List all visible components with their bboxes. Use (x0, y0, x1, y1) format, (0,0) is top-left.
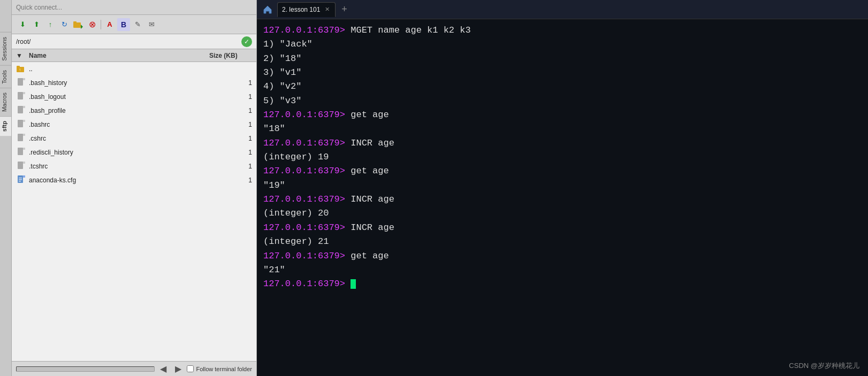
prompt-label: 127.0.0.1:6379> (263, 251, 345, 261)
svg-rect-8 (23, 78, 25, 80)
path-status-icon: ✓ (241, 36, 252, 47)
command-text: get age (345, 251, 389, 261)
sidebar-item-sftp[interactable]: sftp (0, 116, 11, 136)
file-name-label: .bash_history (29, 79, 209, 87)
file-name-label: .cshrc (29, 135, 209, 142)
path-bar: /root/ ✓ (12, 34, 256, 49)
file-manager-panel: Sessions Tools Macros sftp ⬇ ⬆ ↑ ↻ (0, 0, 257, 376)
scroll-right-button[interactable]: ▶ (172, 364, 185, 374)
svg-rect-12 (18, 106, 23, 113)
terminal-content[interactable]: 127.0.0.1:6379> MGET name age k1 k2 k3 1… (257, 19, 868, 376)
terminal-line: 127.0.0.1:6379> INCR age (263, 221, 862, 235)
column-name-header[interactable]: Name (29, 52, 209, 59)
list-item[interactable]: .cshrc 1 (12, 132, 256, 145)
svg-rect-1 (73, 21, 77, 23)
file-size-label: 1 (209, 107, 252, 114)
toolbar-separator-1 (101, 20, 101, 29)
list-item[interactable]: ↑ .. (12, 62, 256, 76)
fm-toolbar: ⬇ ⬆ ↑ ↻ ⊗ A B ✎ ✉ (12, 15, 256, 34)
svg-rect-0 (73, 22, 81, 28)
file-name-label: anaconda-ks.cfg (29, 177, 209, 184)
svg-rect-17 (23, 120, 25, 122)
svg-rect-14 (23, 106, 25, 108)
parent-dir-button[interactable]: ↑ (44, 18, 57, 31)
file-size-label: 1 (209, 93, 252, 101)
prompt-label: 127.0.0.1:6379> (263, 194, 345, 204)
svg-rect-30 (19, 178, 22, 179)
list-item[interactable]: .bash_logout 1 (12, 90, 256, 104)
terminal-line: 127.0.0.1:6379> get age (263, 108, 862, 122)
terminal-panel: 2. lesson 101 ✕ + 127.0.0.1:6379> MGET n… (257, 0, 868, 376)
email-button[interactable]: ✉ (145, 18, 158, 31)
list-item[interactable]: .bashrc 1 (12, 118, 256, 132)
list-item[interactable]: .rediscli_history 1 (12, 145, 256, 159)
list-item[interactable]: anaconda-ks.cfg 1 (12, 173, 256, 187)
file-name-label: .bash_logout (29, 93, 209, 101)
file-size-label: 1 (209, 163, 252, 170)
follow-terminal-folder-checkbox[interactable] (187, 365, 194, 372)
folder-up-icon: ↑ (16, 64, 27, 74)
command-text: INCR age (345, 222, 394, 233)
follow-terminal-folder-label[interactable]: Follow terminal folder (187, 365, 252, 372)
file-name-label: .. (29, 65, 209, 73)
prompt-label: 127.0.0.1:6379> (263, 279, 345, 289)
file-icon (16, 105, 27, 116)
home-tab-button[interactable] (259, 2, 276, 17)
terminal-line: "18" (263, 122, 862, 136)
watermark-text: CSDN @岁岁种桃花儿 (789, 361, 859, 371)
quick-connect-input[interactable] (16, 4, 252, 11)
svg-marker-2 (81, 25, 83, 29)
file-icon (16, 119, 27, 130)
text-b-button[interactable]: B (117, 18, 130, 31)
svg-rect-32 (19, 181, 21, 182)
svg-rect-23 (23, 148, 25, 150)
svg-rect-11 (23, 92, 25, 94)
terminal-line: 127.0.0.1:6379> get age (263, 164, 862, 178)
file-size-label: 1 (209, 79, 252, 87)
fm-bottom-bar: ◀ ▶ Follow terminal folder (12, 361, 256, 376)
download-button[interactable]: ⬇ (16, 18, 29, 31)
sidebar-item-macros[interactable]: Macros (0, 88, 11, 116)
list-item[interactable]: .tcshrc 1 (12, 159, 256, 173)
terminal-line: (integer) 19 (263, 150, 862, 164)
file-size-label: 1 (209, 149, 252, 156)
horizontal-scrollbar[interactable] (16, 366, 155, 372)
prompt-label: 127.0.0.1:6379> (263, 25, 345, 35)
path-text: /root/ (16, 38, 239, 45)
text-a-button[interactable]: A (103, 18, 116, 31)
file-list: ↑ .. .bash_history 1 .bash_logout 1 (12, 62, 256, 361)
edit-button[interactable]: ✎ (131, 18, 144, 31)
quick-connect-bar (12, 0, 256, 15)
tab-label: 2. lesson 101 (282, 6, 320, 13)
terminal-line: 127.0.0.1:6379> INCR age (263, 136, 862, 150)
stop-button[interactable]: ⊗ (86, 18, 98, 31)
file-icon (16, 147, 27, 158)
refresh-button[interactable]: ↻ (58, 18, 71, 31)
column-size-header[interactable]: Size (KB) (209, 52, 252, 59)
terminal-line: 127.0.0.1:6379> get age (263, 249, 862, 263)
svg-rect-31 (19, 179, 22, 180)
command-text: MGET name age k1 k2 k3 (345, 25, 471, 35)
terminal-line: 127.0.0.1:6379> MGET name age k1 k2 k3 (263, 24, 862, 37)
svg-rect-18 (18, 134, 23, 141)
file-size-label: 1 (209, 135, 252, 142)
svg-rect-26 (23, 162, 25, 164)
list-item[interactable]: .bash_profile 1 (12, 104, 256, 118)
sidebar-item-tools[interactable]: Tools (0, 65, 11, 88)
file-name-label: .rediscli_history (29, 149, 209, 156)
file-icon (16, 78, 27, 88)
terminal-line: 2) "18" (263, 52, 862, 66)
upload-button[interactable]: ⬆ (30, 18, 43, 31)
svg-rect-6 (18, 78, 23, 86)
terminal-line: 127.0.0.1:6379> INCR age (263, 193, 862, 206)
tab-lesson-101[interactable]: 2. lesson 101 ✕ (277, 2, 336, 17)
list-item[interactable]: .bash_history 1 (12, 76, 256, 90)
terminal-line: (integer) 20 (263, 206, 862, 220)
scroll-left-button[interactable]: ◀ (157, 364, 170, 374)
fm-content: ⬇ ⬆ ↑ ↻ ⊗ A B ✎ ✉ /root/ ✓ (12, 0, 256, 376)
sidebar-item-sessions[interactable]: Sessions (0, 32, 11, 65)
new-tab-button[interactable]: + (337, 2, 352, 17)
tab-close-button[interactable]: ✕ (323, 6, 331, 13)
file-icon (16, 161, 27, 172)
new-folder-button[interactable] (72, 18, 85, 31)
